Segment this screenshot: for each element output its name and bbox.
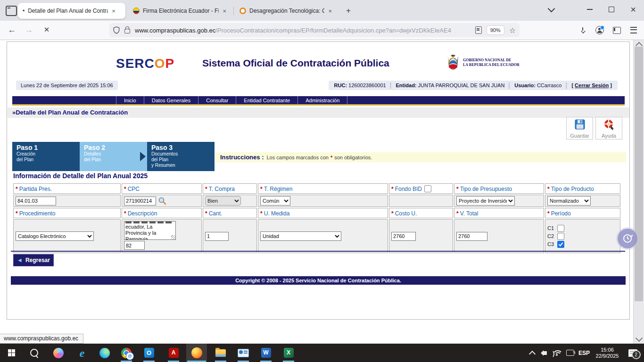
logout-link[interactable]: Cerrar Sesión: [575, 82, 609, 88]
save-button[interactable]: Guardar: [566, 117, 593, 140]
government-logo: GOBIERNO NACIONAL DELA REPUBLICA DEL ECU…: [446, 53, 520, 72]
start-button[interactable]: [1, 344, 22, 362]
tray-clock[interactable]: 15:0622/9/2025: [592, 344, 622, 362]
tray-volume[interactable]: [538, 344, 552, 362]
close-tab-icon[interactable]: ×: [328, 8, 332, 15]
floating-clock-widget[interactable]: [618, 229, 637, 248]
zoom-level-badge[interactable]: 90%: [487, 25, 504, 35]
help-button[interactable]: Ayuda: [595, 117, 622, 140]
step-3[interactable]: Paso 3 Documentos del Plan y Resumen: [147, 142, 215, 171]
umedida-select[interactable]: Unidad: [260, 231, 341, 241]
tipo-producto-select[interactable]: Normalizado: [547, 196, 591, 206]
periodo-c3-checkbox[interactable]: [557, 241, 564, 248]
plan-detail-form: *Partida Pres. *CPC *T. Compra *T. Régim…: [12, 182, 621, 254]
tab-desagregacion[interactable]: Desagregación Tecnológica: Cál ×: [235, 3, 337, 19]
costo-header: *Costo U.: [389, 208, 453, 218]
taskbar-copilot-button[interactable]: [48, 344, 69, 362]
menu-entidad-contratante[interactable]: Entidad Contratante: [236, 96, 298, 104]
costo-input[interactable]: [391, 232, 416, 241]
tray-cast[interactable]: [564, 344, 576, 362]
descripcion-header: *Descripción: [122, 208, 202, 218]
vertical-scrollbar[interactable]: [633, 40, 644, 344]
scroll-down-icon[interactable]: [636, 335, 643, 342]
tray-language[interactable]: ESP: [576, 344, 592, 362]
reader-view-icon[interactable]: [475, 26, 482, 34]
menu-datos-generales[interactable]: Datos Generales: [144, 96, 199, 104]
cantidad-input[interactable]: [205, 232, 229, 241]
step-1[interactable]: Paso 1 Creación del Plan: [12, 142, 80, 171]
https-lock-icon[interactable]: [124, 29, 130, 33]
url-bar[interactable]: www.compraspublicas.gob.ec/ProcesoContra…: [109, 23, 520, 37]
back-button[interactable]: ←: [5, 23, 19, 37]
taskbar-word-button[interactable]: W: [256, 344, 276, 362]
fondo-bid-checkbox[interactable]: [424, 185, 431, 192]
account-icon[interactable]: [593, 24, 606, 37]
minimize-button[interactable]: [579, 0, 601, 19]
taskbar-file-explorer-button[interactable]: [210, 344, 231, 362]
tcompra-header: *T. Compra: [203, 183, 257, 194]
tray-wifi[interactable]: [552, 344, 564, 362]
tracking-shield-icon[interactable]: [113, 26, 120, 34]
tab-list-chevron-icon[interactable]: [540, 0, 562, 19]
tab-firma-electronica[interactable]: Firma Electrónica Ecuador - Firm ×: [128, 3, 231, 19]
internet-explorer-icon: e: [80, 348, 85, 358]
cpc-search-icon[interactable]: [158, 197, 166, 205]
tregimen-select[interactable]: Común: [260, 196, 290, 206]
ecuador-coat-of-arms-icon: [446, 53, 460, 72]
partida-input[interactable]: [16, 197, 56, 206]
menu-hamburger-icon[interactable]: [627, 24, 640, 37]
word-icon: W: [261, 348, 271, 358]
periodo-c2-checkbox[interactable]: [557, 233, 564, 240]
tray-time: 15:06: [596, 347, 619, 353]
menu-administracion[interactable]: Administración: [298, 96, 347, 104]
new-tab-button[interactable]: +: [342, 5, 355, 17]
account-notification-dot: [600, 25, 604, 30]
tipo-producto-header: *Tipo de Producto: [545, 183, 620, 194]
stop-reload-button[interactable]: ✕: [40, 23, 54, 37]
taskbar-edge-button[interactable]: [94, 344, 115, 362]
chevron-up-icon: [529, 350, 536, 357]
taskbar-acrobat-button[interactable]: A: [163, 344, 184, 362]
close-tab-icon[interactable]: ×: [223, 8, 226, 15]
forward-button[interactable]: →: [22, 23, 36, 37]
taskbar-internet-explorer-button[interactable]: e: [72, 344, 92, 362]
scrollbar-thumb[interactable]: [635, 47, 643, 301]
descripcion-code-input[interactable]: [124, 241, 145, 250]
taskbar-outlook-button[interactable]: O: [139, 344, 159, 362]
tab-detalle-plan[interactable]: • Detalle del Plan Anual de Contra ×: [18, 3, 125, 19]
cast-screen-icon: [566, 350, 574, 356]
tipo-presupuesto-select[interactable]: Proyecto de Inversión: [456, 196, 515, 206]
cpc-header: *CPC: [122, 183, 202, 194]
taskbar-firefox-button-active[interactable]: [186, 344, 207, 362]
downloads-icon[interactable]: [576, 24, 589, 37]
procedimiento-select[interactable]: Catalogo Electrónico: [16, 231, 94, 241]
section-title: Información de Detalle del Plan Anual 20…: [13, 172, 148, 180]
fondo-bid-header: *Fondo BID: [389, 183, 453, 194]
regresar-button[interactable]: ◄ Regresar: [13, 254, 54, 266]
sidebar-icon[interactable]: [610, 24, 623, 37]
firefox-view-icon[interactable]: [6, 6, 17, 16]
vtotal-input[interactable]: [456, 232, 487, 241]
taskbar-excel-button[interactable]: X: [278, 344, 299, 362]
desagregacion-favicon: [239, 8, 246, 14]
tray-hidden-icons-chevron[interactable]: [526, 344, 538, 362]
taskbar-search-button[interactable]: [24, 344, 44, 362]
descripcion-textarea[interactable]: ecuador, La Provincia y la Parroquia.: [124, 221, 176, 240]
close-tab-icon[interactable]: ×: [112, 8, 116, 15]
taskbar-chrome-button[interactable]: @: [116, 344, 137, 362]
step-2-active[interactable]: Paso 2 Detalles del Plan: [80, 142, 147, 171]
breadcrumb-strip: »Detalle del Plan Anual de Contratación: [8, 107, 629, 118]
resize-grip-icon[interactable]: [171, 235, 175, 239]
taskbar-app-button[interactable]: [233, 344, 254, 362]
close-window-button[interactable]: ×: [622, 0, 644, 19]
cpc-input[interactable]: [124, 197, 156, 206]
menu-inicio[interactable]: Inicio: [116, 96, 144, 104]
menu-consultar[interactable]: Consultar: [198, 96, 236, 104]
partida-header: *Partida Pres.: [13, 183, 121, 194]
instructions-banner: Instrucciones : Los campos marcados con …: [215, 152, 626, 162]
wifi-icon: [553, 350, 562, 356]
periodo-c1-checkbox[interactable]: [557, 225, 564, 232]
bookmark-star-icon[interactable]: ☆: [509, 26, 516, 35]
restore-button[interactable]: [601, 0, 622, 19]
tray-notifications[interactable]: 2: [624, 344, 641, 362]
